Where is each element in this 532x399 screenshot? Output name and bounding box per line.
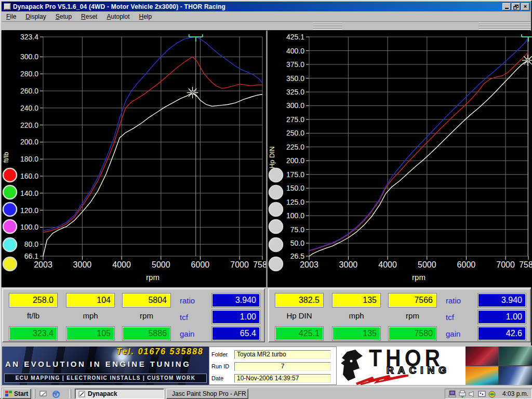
power-chart-panel: 425.1400.0375.0350.0325.0300.0275.0250.0… bbox=[268, 31, 532, 287]
tray-volume-icon[interactable] bbox=[488, 390, 496, 398]
ratio-label: ratio bbox=[180, 296, 207, 305]
tray-computer-icon[interactable] bbox=[448, 390, 457, 398]
ratio-value: 3.940 bbox=[212, 294, 260, 307]
channel-button-4[interactable] bbox=[3, 220, 17, 233]
taskbar: Start e Dynapack Jasc Paint Shop Pro - A… bbox=[1, 387, 532, 399]
torque-chart-panel: 323.4300.0280.0260.0240.0220.0200.0180.0… bbox=[2, 31, 266, 287]
date-field[interactable]: 10-Nov-2006 14:39:57 bbox=[234, 374, 331, 383]
torque-chart[interactable]: 323.4300.0280.0260.0240.0220.0200.0180.0… bbox=[2, 31, 266, 287]
channel-button-2[interactable] bbox=[269, 185, 283, 199]
svg-text:300.0: 300.0 bbox=[286, 101, 304, 110]
svg-text:175.0: 175.0 bbox=[286, 170, 304, 179]
speed-unit-label: mph bbox=[332, 311, 380, 320]
channel-button-1[interactable] bbox=[269, 168, 283, 182]
toolbar-grip[interactable] bbox=[478, 23, 530, 30]
window-title: Dynapack Pro V5.1.6_04 (4WD - Motor Vehi… bbox=[13, 3, 225, 10]
close-button[interactable]: × bbox=[521, 3, 529, 10]
banner-phone: Tel. 01676 535888 bbox=[116, 347, 204, 356]
chart-area: 323.4300.0280.0260.0240.0220.0200.0180.0… bbox=[1, 31, 532, 287]
tray-display-icon[interactable] bbox=[478, 390, 486, 398]
svg-text:5000: 5000 bbox=[418, 260, 436, 269]
svg-text:5000: 5000 bbox=[152, 260, 170, 269]
channel-button-1[interactable] bbox=[3, 168, 17, 182]
channel-button-5[interactable] bbox=[269, 238, 283, 251]
ratio-value: 3.940 bbox=[478, 294, 526, 307]
run-id-field[interactable]: 7 bbox=[234, 362, 331, 371]
start-button[interactable]: Start bbox=[2, 389, 31, 399]
logo-subtext: RACING bbox=[387, 365, 450, 375]
folder-field[interactable]: Toyota MR2 turbo bbox=[234, 350, 331, 359]
peak-rpm-value: 7580 bbox=[389, 327, 436, 340]
banner-headline: AN EVOLUTION IN ENGINE TUNING bbox=[5, 360, 207, 368]
tcf-value: 1.00 bbox=[478, 310, 526, 324]
power-chart[interactable]: 425.1400.0375.0350.0325.0300.0275.0250.0… bbox=[268, 31, 532, 287]
rpm-unit-label: rpm bbox=[389, 311, 436, 320]
svg-text:50.0: 50.0 bbox=[290, 239, 304, 247]
channel-button-5[interactable] bbox=[3, 238, 17, 251]
taskbar-separator bbox=[70, 389, 71, 398]
title-bar: Dynapack Pro V5.1.6_04 (4WD - Motor Vehi… bbox=[2, 2, 530, 11]
menu-setup[interactable]: Setup bbox=[51, 12, 76, 21]
svg-text:180.0: 180.0 bbox=[20, 155, 38, 163]
live-torque-value: 258.0 bbox=[9, 294, 57, 307]
tray-speaker-icon[interactable] bbox=[468, 390, 476, 398]
menu-autoplot[interactable]: Autoplot bbox=[102, 12, 134, 21]
task-dynapack[interactable]: Dynapack bbox=[75, 389, 164, 399]
svg-text:75.0: 75.0 bbox=[290, 225, 304, 234]
internet-explorer-icon[interactable]: e bbox=[51, 390, 61, 398]
bottom-strip: Tel. 01676 535888 AN EVOLUTION IN ENGINE… bbox=[1, 345, 532, 387]
svg-text:rpm: rpm bbox=[412, 273, 425, 282]
live-speed-value: 104 bbox=[66, 294, 114, 307]
torque-unit-label: ft/lb bbox=[9, 311, 57, 320]
folder-label: Folder bbox=[211, 351, 234, 357]
toolbar-grip[interactable] bbox=[313, 23, 342, 30]
minimize-button[interactable] bbox=[502, 3, 511, 10]
car-photo bbox=[466, 347, 498, 365]
svg-text:100.0: 100.0 bbox=[20, 223, 38, 231]
power-readout-panel: 382.5 135 7566 Hp DIN mph rpm 425.1 135 … bbox=[268, 288, 531, 342]
app-icon bbox=[4, 3, 11, 10]
tcf-label: tcf bbox=[446, 313, 473, 322]
live-power-value: 382.5 bbox=[275, 294, 323, 307]
clock[interactable]: 4:03 p.m. bbox=[502, 390, 528, 397]
task-jasc-paint-shop[interactable]: Jasc Paint Shop Pro - AFR bbox=[166, 389, 248, 399]
menu-reset[interactable]: Reset bbox=[76, 12, 102, 21]
svg-text:2003: 2003 bbox=[300, 260, 318, 269]
menu-bar: File Display Setup Reset Autoplot Help bbox=[2, 11, 530, 22]
menu-display[interactable]: Display bbox=[21, 12, 50, 21]
channel-button-2[interactable] bbox=[3, 185, 17, 199]
svg-text:100.0: 100.0 bbox=[286, 211, 304, 220]
torque-readout-panel: 258.0 104 5804 ft/lb mph rpm 323.4 105 5… bbox=[2, 288, 265, 342]
svg-text:125.0: 125.0 bbox=[286, 198, 304, 206]
gain-value: 65.4 bbox=[212, 327, 260, 340]
restore-button[interactable] bbox=[512, 3, 520, 10]
svg-text:140.0: 140.0 bbox=[20, 189, 38, 197]
svg-text:150.0: 150.0 bbox=[286, 184, 304, 192]
channel-button-6[interactable] bbox=[3, 257, 17, 271]
svg-text:240.0: 240.0 bbox=[20, 104, 38, 112]
show-desktop-icon[interactable] bbox=[38, 390, 48, 398]
channel-button-3[interactable] bbox=[269, 203, 283, 216]
channel-button-6[interactable] bbox=[269, 257, 283, 271]
menu-help[interactable]: Help bbox=[135, 12, 157, 21]
svg-text:26.5: 26.5 bbox=[290, 252, 304, 260]
channel-button-4[interactable] bbox=[269, 220, 283, 233]
svg-text:rpm: rpm bbox=[146, 273, 159, 282]
svg-text:120.0: 120.0 bbox=[20, 206, 38, 215]
svg-text:ft/lb: ft/lb bbox=[2, 152, 10, 163]
svg-text:e: e bbox=[55, 392, 57, 397]
taskbar-separator bbox=[34, 389, 35, 398]
svg-text:3000: 3000 bbox=[339, 260, 358, 269]
svg-text:7580: 7580 bbox=[253, 260, 266, 269]
channel-button-3[interactable] bbox=[3, 203, 17, 216]
banner-subline: ECU MAPPING | ELECTRONIC INSTALLS | CUST… bbox=[4, 374, 207, 383]
start-label: Start bbox=[14, 390, 28, 397]
svg-text:2003: 2003 bbox=[34, 260, 52, 269]
tray-printer-icon[interactable] bbox=[458, 390, 467, 398]
peak-rpm-value: 5886 bbox=[123, 327, 170, 340]
gain-label: gain bbox=[180, 329, 207, 338]
menu-file[interactable]: File bbox=[2, 12, 21, 21]
svg-text:250.0: 250.0 bbox=[286, 129, 304, 137]
power-unit-label: Hp DIN bbox=[275, 311, 323, 320]
svg-text:7580: 7580 bbox=[519, 260, 532, 269]
